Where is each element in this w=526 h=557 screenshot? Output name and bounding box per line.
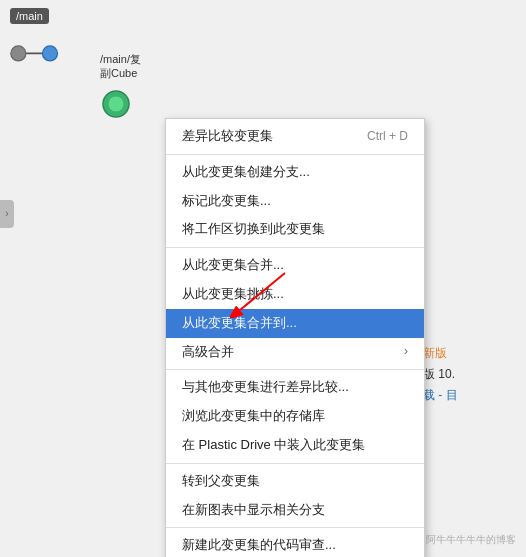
menu-item-mark[interactable]: 标记此变更集... xyxy=(166,187,424,216)
menu-item-label: 浏览此变更集中的存储库 xyxy=(182,406,325,427)
version-badge: 有新版 xyxy=(411,345,521,362)
menu-separator xyxy=(166,463,424,464)
menu-separator xyxy=(166,247,424,248)
menu-item-diff-others[interactable]: 与其他变更集进行差异比较... xyxy=(166,373,424,402)
context-menu: 差异比较变更集Ctrl + D从此变更集创建分支...标记此变更集...将工作区… xyxy=(165,118,425,557)
menu-item-load-plastic[interactable]: 在 Plastic Drive 中装入此变更集 xyxy=(166,431,424,460)
download-link[interactable]: 下载 - 目 xyxy=(411,387,521,404)
main-node-label: /main xyxy=(10,8,49,24)
green-node-circle[interactable] xyxy=(100,88,132,123)
menu-item-shortcut: Ctrl + D xyxy=(367,127,408,146)
menu-item-create-branch[interactable]: 从此变更集创建分支... xyxy=(166,158,424,187)
menu-item-show-related[interactable]: 在新图表中显示相关分支 xyxy=(166,496,424,525)
menu-separator xyxy=(166,527,424,528)
menu-item-switch[interactable]: 将工作区切换到此变更集 xyxy=(166,215,424,244)
node-circle-left[interactable] xyxy=(10,38,60,68)
menu-item-label: 从此变更集合并到... xyxy=(182,313,297,334)
collapse-arrow-icon: › xyxy=(0,200,14,228)
copy-node-label: /main/复 副Cube xyxy=(100,52,141,81)
menu-item-advanced-merge[interactable]: 高级合并› xyxy=(166,338,424,367)
menu-item-merge-from[interactable]: 从此变更集合并... xyxy=(166,251,424,280)
menu-item-label: 与其他变更集进行差异比较... xyxy=(182,377,349,398)
menu-item-label: 新建此变更集的代码审查... xyxy=(182,535,336,556)
menu-item-cherry-pick[interactable]: 从此变更集挑拣... xyxy=(166,280,424,309)
menu-item-label: 在新图表中显示相关分支 xyxy=(182,500,325,521)
menu-item-code-review[interactable]: 新建此变更集的代码审查... xyxy=(166,531,424,557)
menu-item-label: 高级合并 xyxy=(182,342,234,363)
menu-item-label: 从此变更集合并... xyxy=(182,255,284,276)
svg-point-4 xyxy=(108,96,124,112)
menu-item-label: 转到父变更集 xyxy=(182,471,260,492)
menu-item-browse-repo[interactable]: 浏览此变更集中的存储库 xyxy=(166,402,424,431)
menu-item-label: 从此变更集创建分支... xyxy=(182,162,310,183)
menu-item-label: 标记此变更集... xyxy=(182,191,271,212)
menu-item-label: 在 Plastic Drive 中装入此变更集 xyxy=(182,435,365,456)
menu-item-go-parent[interactable]: 转到父变更集 xyxy=(166,467,424,496)
submenu-arrow-icon: › xyxy=(404,342,408,361)
menu-item-label: 差异比较变更集 xyxy=(182,126,273,147)
menu-item-diff[interactable]: 差异比较变更集Ctrl + D xyxy=(166,122,424,151)
menu-item-merge-into[interactable]: 从此变更集合并到... xyxy=(166,309,424,338)
left-collapse-tab[interactable]: › xyxy=(0,200,14,228)
menu-separator xyxy=(166,154,424,155)
menu-item-label: 将工作区切换到此变更集 xyxy=(182,219,325,240)
svg-point-2 xyxy=(43,46,58,61)
menu-item-label: 从此变更集挑拣... xyxy=(182,284,284,305)
svg-point-1 xyxy=(11,46,26,61)
version-number: 新版 10. xyxy=(411,366,521,383)
menu-separator xyxy=(166,369,424,370)
